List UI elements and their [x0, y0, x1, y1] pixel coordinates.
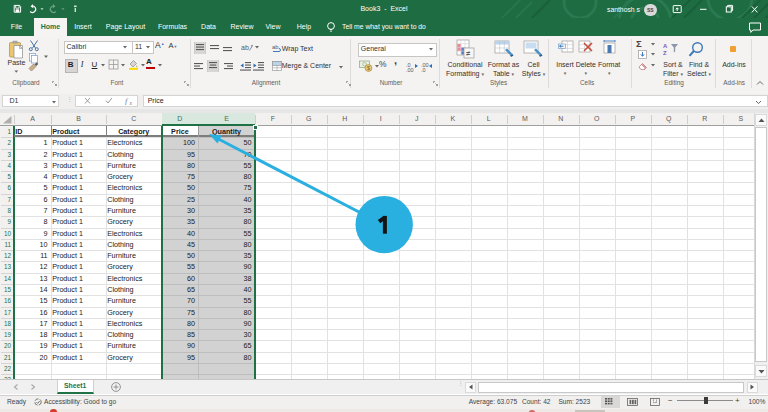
svg-text:≠: ≠ [466, 49, 471, 58]
svg-text:f: f [125, 97, 129, 105]
svg-text:$: $ [367, 65, 370, 71]
svg-text:ab: ab [272, 44, 279, 50]
svg-text:.0: .0 [421, 66, 426, 72]
svg-text:.00: .00 [406, 66, 414, 72]
svg-text:Z: Z [663, 50, 667, 56]
svg-text:x: x [129, 100, 133, 106]
svg-text:ab: ab [241, 44, 249, 51]
svg-text:A: A [663, 43, 668, 49]
